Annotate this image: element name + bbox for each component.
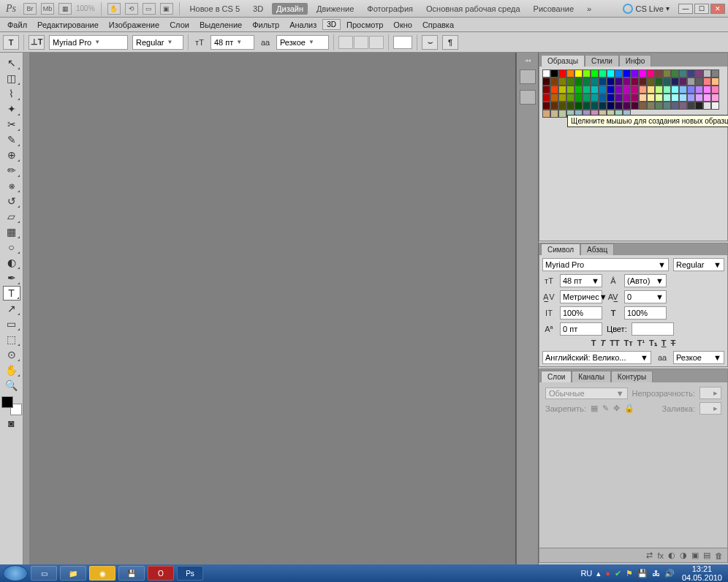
canvas-area[interactable] [23,53,516,564]
start-button[interactable] [3,565,28,581]
swatch[interactable] [623,102,631,110]
text-color-swatch[interactable] [393,36,412,49]
taskbar-app-icon[interactable]: 📁 [60,566,86,581]
swatch[interactable] [550,102,558,110]
swatch[interactable] [655,102,663,110]
link-layers-icon[interactable]: ⇄ [646,551,653,560]
eyedropper-tool-icon[interactable]: ✎ [3,132,20,147]
new-layer-icon[interactable]: ▤ [703,551,710,560]
swatch-grid[interactable] [542,69,724,118]
swatch[interactable] [679,94,687,102]
menu-filter[interactable]: Фильтр [248,19,284,31]
arrange-icon[interactable]: ▭ [143,3,156,15]
menu-image[interactable]: Изображение [105,19,164,31]
workspace-tab[interactable]: Рисование [529,3,578,15]
swatch[interactable] [647,94,655,102]
screen-mode-icon[interactable]: ▣ [160,3,173,15]
swatch[interactable] [631,102,639,110]
char-panel-toggle-icon[interactable]: ¶ [442,35,458,50]
char-baseline-input[interactable]: 0 пт [560,322,602,336]
swatch[interactable] [566,102,575,110]
swatch[interactable] [703,86,711,94]
swatch[interactable] [647,102,655,110]
taskbar-app-icon[interactable]: O [148,566,174,581]
swatch[interactable] [607,78,615,86]
swatch[interactable] [566,78,575,86]
tab-character[interactable]: Символ [541,243,580,255]
swatch[interactable] [703,102,711,110]
swatch[interactable] [607,69,615,78]
swatch[interactable] [663,86,671,94]
swatch[interactable] [711,94,719,102]
shape-tool-icon[interactable]: ▭ [3,317,20,331]
layer-folder-icon[interactable]: ▣ [691,551,699,560]
swatch[interactable] [631,69,639,78]
taskbar-app-icon[interactable]: ◉ [89,566,115,581]
workspace-tab[interactable]: 3D [249,3,268,15]
workspace-tab[interactable]: Фотография [363,3,417,15]
swatch[interactable] [615,94,623,102]
swatch[interactable] [542,94,550,102]
blur-tool-icon[interactable]: ○ [3,240,20,254]
swatch[interactable] [566,69,575,78]
swatch[interactable] [542,86,550,94]
swatch[interactable] [591,94,599,102]
swatch[interactable] [679,78,687,86]
swatch[interactable] [558,102,566,110]
char-style-select[interactable]: Regular▼ [673,258,724,271]
tool-preset-icon[interactable]: T [3,35,19,50]
swatch[interactable] [687,78,695,86]
swatch[interactable] [583,69,591,78]
swatch[interactable] [687,94,695,102]
hand-icon[interactable]: ✋ [107,3,121,15]
swatch[interactable] [671,86,679,94]
swatch[interactable] [695,86,703,94]
char-font-select[interactable]: Myriad Pro▼ [542,258,669,271]
font-family-select[interactable]: Myriad Pro▼ [49,35,128,50]
layer-mask-icon[interactable]: ◐ [668,551,675,560]
swatch[interactable] [550,69,558,78]
swatch[interactable] [550,78,558,86]
char-size-input[interactable]: 48 пт▼ [560,274,602,287]
align-left-button[interactable] [338,36,353,49]
3d-tool-icon[interactable]: ⬚ [3,332,20,347]
swatch[interactable] [639,69,647,78]
swatch[interactable] [631,78,639,86]
swatch[interactable] [647,78,655,86]
swatch[interactable] [671,78,679,86]
tab-swatches[interactable]: Образцы [541,55,585,67]
font-style-select[interactable]: Regular▼ [132,35,183,50]
swatch[interactable] [607,102,615,110]
swatch[interactable] [655,78,663,86]
swatch[interactable] [631,86,639,94]
swatch[interactable] [575,69,583,78]
swatch[interactable] [655,86,663,94]
swatch[interactable] [599,102,607,110]
lock-image-icon[interactable]: ✎ [602,404,609,413]
swatch[interactable] [711,69,719,78]
swatch[interactable] [591,102,599,110]
superscript-icon[interactable]: T¹ [637,339,645,348]
swatch[interactable] [583,86,591,94]
swatch[interactable] [711,86,719,94]
swatch[interactable] [558,69,566,78]
opacity-input[interactable]: ▸ [699,387,721,399]
char-leading-input[interactable]: (Авто)▼ [624,274,667,287]
swatch[interactable] [639,102,647,110]
orientation-icon[interactable]: ⊥T [29,35,45,50]
swatch[interactable] [583,94,591,102]
stamp-tool-icon[interactable]: ⎈ [3,178,20,193]
swatch[interactable] [631,94,639,102]
swatch[interactable] [711,102,719,110]
swatch[interactable] [647,86,655,94]
eraser-tool-icon[interactable]: ▱ [3,209,20,224]
rotate-icon[interactable]: ⟲ [125,3,138,15]
swatch[interactable] [639,78,647,86]
swatch[interactable] [550,94,558,102]
swatch[interactable] [550,110,558,118]
char-lang-select[interactable]: Английский: Велико...▼ [542,351,651,364]
swatch[interactable] [623,78,631,86]
healing-tool-icon[interactable]: ⊕ [3,148,20,162]
tab-styles[interactable]: Стили [585,55,619,67]
underline-icon[interactable]: T [661,339,667,348]
